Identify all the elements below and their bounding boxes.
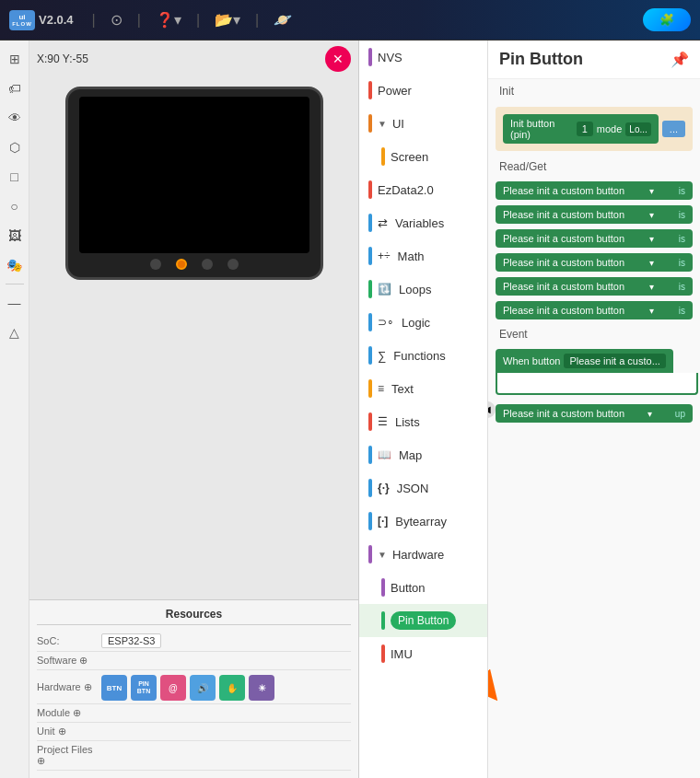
resources-title: Resources bbox=[37, 608, 351, 625]
bytearray-label: Bytearray bbox=[395, 515, 447, 528]
read-block-4-label: Please init a custom button bbox=[503, 257, 624, 268]
circle-icon[interactable]: ○ bbox=[4, 195, 26, 217]
block-item-power[interactable]: Power bbox=[359, 74, 487, 107]
mode-select[interactable]: Lo... bbox=[625, 122, 650, 136]
module-label[interactable]: Module ⊕ bbox=[37, 707, 101, 719]
image-icon[interactable]: 🖼 bbox=[4, 225, 26, 247]
face-icon[interactable]: 🎭 bbox=[4, 254, 26, 276]
functions-label: Functions bbox=[393, 349, 445, 363]
hardware-label[interactable]: Hardware ⊕ bbox=[37, 681, 101, 693]
project-files-row[interactable]: Project Files ⊕ bbox=[37, 741, 351, 771]
block-item-ezdata[interactable]: EzData2.0 bbox=[359, 173, 487, 206]
text-dot bbox=[368, 379, 372, 398]
read-block-3-label: Please init a custom button bbox=[503, 233, 624, 244]
math-icon: +÷ bbox=[378, 250, 391, 262]
init-block[interactable]: Init button (pin) 1 mode Lo... bbox=[503, 114, 659, 144]
sun-icon[interactable]: ☀ bbox=[249, 675, 274, 701]
read-block-2[interactable]: Please init a custom button ▾ is bbox=[496, 205, 693, 224]
hand-icon[interactable]: ✋ bbox=[219, 675, 245, 701]
software-label[interactable]: Software ⊕ bbox=[37, 655, 101, 667]
text-label: Text bbox=[391, 382, 414, 396]
button-left bbox=[150, 259, 161, 270]
dropdown-4[interactable]: ▾ bbox=[649, 258, 654, 268]
read-block-1-label: Please init a custom button bbox=[503, 185, 624, 196]
block-item-math[interactable]: +÷ Math bbox=[359, 239, 487, 273]
dropdown-5[interactable]: ▾ bbox=[649, 282, 654, 292]
block-item-loops[interactable]: 🔃 Loops bbox=[359, 273, 487, 306]
block-item-text[interactable]: ≡ Text bbox=[359, 372, 487, 405]
is-label-1: is bbox=[679, 186, 685, 196]
unit-row[interactable]: Unit ⊕ bbox=[37, 723, 351, 741]
variables-label: Variables bbox=[395, 216, 444, 230]
at-icon[interactable]: @ bbox=[160, 675, 186, 701]
select-icon[interactable]: ⊞ bbox=[4, 48, 26, 70]
action-block[interactable]: Please init a custom button ▾ up bbox=[496, 404, 693, 423]
when-value[interactable]: Please init a custo... bbox=[564, 354, 665, 368]
read-get-label: Read/Get bbox=[488, 155, 700, 179]
soc-label: SoC: bbox=[37, 635, 101, 646]
bytearray-icon: [·] bbox=[378, 515, 388, 528]
block-item-bytearray[interactable]: [·] Bytearray bbox=[359, 505, 487, 538]
read-block-4[interactable]: Please init a custom button ▾ is bbox=[496, 253, 693, 272]
block-item-json[interactable]: {·} JSON bbox=[359, 471, 487, 505]
when-block[interactable]: When button Please init a custo... bbox=[496, 349, 673, 373]
logic-dot bbox=[368, 313, 372, 331]
triangle-icon[interactable]: △ bbox=[4, 321, 26, 343]
block-item-ui[interactable]: ▼ UI bbox=[359, 107, 487, 140]
plugin-button[interactable]: 🧩 bbox=[643, 8, 691, 31]
is-label-5: is bbox=[679, 282, 685, 292]
dropdown-1[interactable]: ▾ bbox=[649, 186, 654, 196]
unit-label[interactable]: Unit ⊕ bbox=[37, 726, 101, 737]
block-item-map[interactable]: 📖 Map bbox=[359, 438, 487, 471]
square-icon[interactable]: □ bbox=[4, 166, 26, 188]
is-label-6: is bbox=[679, 306, 685, 316]
btn-icon[interactable]: BTN bbox=[101, 675, 127, 701]
block-item-functions[interactable]: ∑ Functions bbox=[359, 339, 487, 372]
tag-icon[interactable]: 🏷 bbox=[4, 77, 26, 99]
block-item-hardware[interactable]: ▼ Hardware bbox=[359, 538, 487, 571]
read-block-5[interactable]: Please init a custom button ▾ is bbox=[496, 277, 693, 296]
init-label: Init bbox=[488, 79, 700, 103]
help-icon[interactable]: ❓▾ bbox=[152, 9, 185, 30]
map-dot bbox=[368, 446, 372, 464]
block-item-lists[interactable]: ☰ Lists bbox=[359, 405, 487, 438]
software-row[interactable]: Software ⊕ bbox=[37, 652, 351, 670]
block-item-button[interactable]: Button bbox=[359, 571, 487, 604]
dropdown-6[interactable]: ▾ bbox=[649, 306, 654, 316]
pin-btn-icon[interactable]: PINBTN bbox=[131, 675, 157, 701]
json-label: JSON bbox=[397, 482, 429, 495]
block-item-variables[interactable]: ⇄ Variables bbox=[359, 206, 487, 239]
pin-number[interactable]: 1 bbox=[577, 122, 593, 136]
block-item-nvs[interactable]: NVS bbox=[359, 41, 487, 74]
screen-dot bbox=[381, 147, 385, 166]
blue-input-block[interactable]: ... bbox=[662, 121, 685, 137]
sound-icon[interactable]: 🔊 bbox=[190, 675, 216, 701]
minus-icon[interactable]: — bbox=[4, 292, 26, 314]
block-item-screen[interactable]: Screen bbox=[359, 140, 487, 173]
pin-button-active-label: Pin Button bbox=[391, 611, 456, 630]
block-item-logic[interactable]: ⊃∘ Logic bbox=[359, 306, 487, 339]
folder-icon[interactable]: 📂▾ bbox=[211, 9, 244, 30]
read-block-1[interactable]: Please init a custom button ▾ is bbox=[496, 181, 693, 200]
workspace-title: Pin Button bbox=[499, 50, 583, 69]
canvas-header: X:90 Y:-55 ✕ bbox=[29, 41, 358, 77]
layers-icon[interactable]: ⬡ bbox=[4, 136, 26, 158]
device-screen bbox=[79, 97, 309, 253]
eye-icon[interactable]: 👁 bbox=[4, 107, 26, 129]
planet-icon[interactable]: 🪐 bbox=[270, 9, 296, 30]
dropdown-2[interactable]: ▾ bbox=[649, 210, 654, 220]
block-item-imu[interactable]: IMU bbox=[359, 637, 487, 670]
pin-icon[interactable]: 📌 bbox=[671, 51, 689, 68]
read-block-6-label: Please init a custom button bbox=[503, 305, 624, 316]
dropdown-3[interactable]: ▾ bbox=[649, 234, 654, 244]
ezdata-dot bbox=[368, 180, 372, 199]
project-files-label[interactable]: Project Files ⊕ bbox=[37, 744, 101, 767]
read-block-3[interactable]: Please init a custom button ▾ is bbox=[496, 229, 693, 248]
loops-label: Loops bbox=[399, 283, 431, 296]
module-row[interactable]: Module ⊕ bbox=[37, 704, 351, 723]
action-dropdown[interactable]: ▾ bbox=[648, 409, 652, 419]
target-icon[interactable]: ⊙ bbox=[107, 9, 126, 30]
close-button[interactable]: ✕ bbox=[325, 46, 351, 72]
read-block-6[interactable]: Please init a custom button ▾ is bbox=[496, 301, 693, 319]
block-item-pin-button[interactable]: Pin Button bbox=[359, 604, 487, 637]
